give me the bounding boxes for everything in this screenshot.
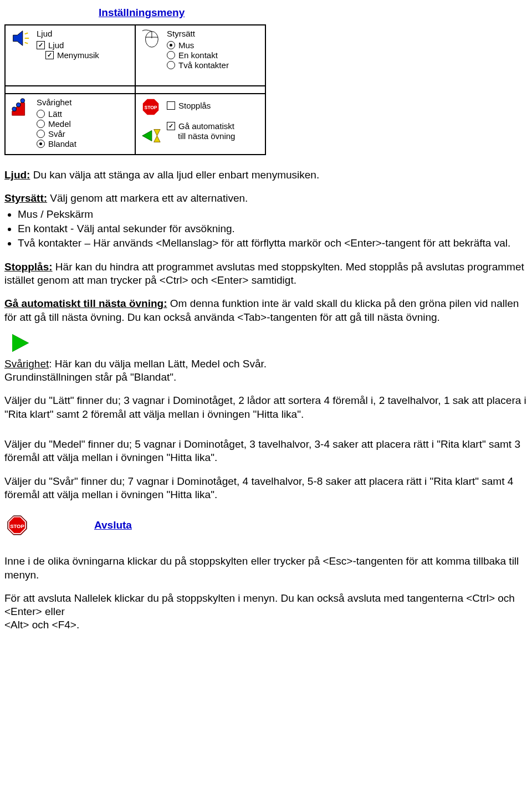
avsluta-row: STOP Avsluta [4,511,528,539]
svg-point-6 [21,99,25,103]
stop-icon: STOP [140,96,162,117]
section-medel: Väljer du "Medel" finner du; 5 vagnar i … [4,438,528,465]
speaker-icon [9,28,32,49]
text: Välj genom att markera ett av alternativ… [47,192,248,204]
svg-point-4 [12,107,17,111]
ljud-title: Ljud [37,29,132,38]
checkbox-ljud[interactable] [37,41,45,49]
radio-latt[interactable] [37,110,45,118]
opt-label: En kontakt [178,50,218,60]
avsluta-p2: För att avsluta Nallelek klickar du på s… [4,592,528,619]
opt-label: Gå automatiskt [178,121,234,131]
panel-stopplas: STOP Stopplås Gå automatiskt till nästa … [135,94,265,155]
section-auto: Gå automatiskt till nästa övning: Om den… [4,297,528,324]
panel-ljud: Ljud Ljud Menymusik [5,25,135,86]
bullet: Mus / Pekskärm [18,208,528,221]
opt-label: till nästa övning [178,131,263,141]
lead-auto: Gå automatiskt till nästa övning: [4,298,167,309]
stop-sign-icon: STOP [7,515,28,536]
panel-styrsatt: Styrsätt Mus En kontakt Två kontakter [135,25,265,86]
avsluta-title: Avsluta [94,519,132,531]
bullet: En kontakt - Välj antal sekunder för avs… [18,222,528,235]
checkbox-stopplas[interactable] [167,101,175,110]
svarighet-title: Svårighet [37,98,132,107]
lead-ljud: Ljud: [4,169,30,181]
opt-label: Blandat [48,139,76,148]
radio-medel[interactable] [37,120,45,128]
section-ljud: Ljud: Du kan välja att stänga av alla lj… [4,168,528,182]
svg-text:STOP: STOP [144,105,157,110]
radio-blandat[interactable] [37,140,45,148]
radio-svar[interactable] [37,130,45,138]
opt-label: Mus [178,40,194,50]
checkbox-menymusik[interactable] [45,51,54,59]
svg-text:STOP: STOP [10,523,24,529]
opt-label: Ljud [48,40,64,50]
radio-enkontakt[interactable] [167,51,175,59]
section-stopplas: Stopplås: Här kan du hindra att programm… [4,260,528,288]
section-latt: Väljer du "Lätt" finner du; 3 vagnar i D… [4,394,528,421]
bullet: Två kontakter – Här används <Mellanslag>… [18,237,528,250]
section-svar: Väljer du "Svår" finner du; 7 vagnar i D… [4,475,528,502]
lead-svarighet: Svårighet [4,358,49,370]
hourglass-arrow-icon [140,125,162,146]
text: Här kan du hindra att programmet avsluta… [4,261,524,286]
spacer [5,86,135,94]
stairs-icon [9,96,32,117]
panel-svarighet: Svårighet Lätt Medel Svår Blandat [5,94,135,155]
svg-point-5 [16,103,21,107]
avsluta-p3: <Alt> och <F4>. [4,619,528,631]
spacer [135,86,265,94]
text: Grundinställningen står på "Blandat". [4,371,176,383]
lead-stopplas: Stopplås: [4,261,53,273]
svg-marker-9 [142,131,152,141]
text: : Här kan du välja mellan Lätt, Medel oc… [49,358,267,370]
styrsatt-title: Styrsätt [167,29,263,38]
lead-styrsatt: Styrsätt: [4,192,47,204]
svg-marker-0 [13,31,23,46]
mouse-icon [140,28,162,49]
opt-label: Svår [48,129,65,139]
checkbox-auto[interactable] [167,122,175,130]
avsluta-p1: Inne i de olika övningarna klickar du på… [4,555,528,582]
opt-label: Medel [48,119,71,129]
opt-label: Två kontakter [178,60,229,70]
settings-panel: Ljud Ljud Menymusik Styrsätt Mus En kont… [4,24,266,155]
page-title: Inställningsmeny [99,7,528,19]
radio-tvakontakter[interactable] [167,61,175,69]
opt-label: Menymusik [57,50,99,60]
section-styrsatt: Styrsätt: Välj genom att markera ett av … [4,192,528,250]
section-svarighet: Svårighet: Här kan du välja mellan Lätt,… [4,357,528,385]
green-arrow-icon [12,334,29,352]
text: Du kan välja att stänga av alla ljud ell… [30,169,319,181]
opt-label: Stopplås [178,101,211,110]
radio-mus[interactable] [167,41,175,49]
opt-label: Lätt [48,109,62,119]
